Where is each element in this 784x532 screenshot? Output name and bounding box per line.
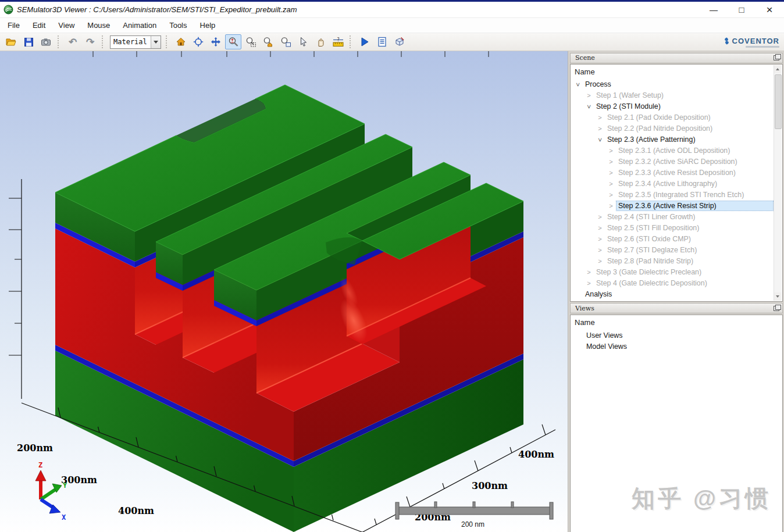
tree-item[interactable]: >Step 2.6 (STI Oxide CMP) <box>571 234 782 245</box>
tree-item[interactable]: Analysis <box>571 289 782 300</box>
tree-item[interactable]: >Step 2.2 (Pad Nitride Deposition) <box>571 123 782 134</box>
chevron-collapsed-icon[interactable]: > <box>607 192 615 198</box>
chevron-collapsed-icon[interactable]: > <box>596 214 604 220</box>
chevron-collapsed-icon[interactable]: > <box>585 280 593 287</box>
chevron-collapsed-icon[interactable]: > <box>596 247 604 253</box>
log-button[interactable] <box>374 34 390 49</box>
pan-hand-button[interactable] <box>312 34 329 49</box>
tree-item[interactable]: >Step 2.3 (Active Patterning) <box>571 134 782 145</box>
chevron-collapsed-icon[interactable]: > <box>596 115 604 121</box>
tree-item[interactable]: >Step 2.7 (STI Deglaze Etch) <box>571 245 782 256</box>
chevron-collapsed-icon[interactable]: > <box>596 225 604 231</box>
tree-item-label[interactable]: Step 2.3.1 (Active ODL Deposition) <box>616 146 732 155</box>
viewport-3d[interactable]: 200nm 300nm 400nm 200nm 300nm 400nm 200 … <box>0 51 568 532</box>
menu-item-view[interactable]: View <box>52 19 81 31</box>
tree-item-label[interactable]: Process <box>583 80 613 89</box>
tree-item[interactable]: >Step 2.1 (Pad Oxide Deposition) <box>571 112 782 123</box>
scrollbar-thumb[interactable] <box>775 74 782 129</box>
menu-item-file[interactable]: File <box>1 19 26 31</box>
views-panel-header[interactable]: Views <box>570 303 783 313</box>
menu-item-edit[interactable]: Edit <box>26 19 52 31</box>
tree-item[interactable]: >Step 2.3.1 (Active ODL Deposition) <box>571 145 782 156</box>
tree-item[interactable]: >Step 2.3.6 (Active Resist Strip) <box>571 201 782 212</box>
menu-item-tools[interactable]: Tools <box>163 19 193 31</box>
tree-item-label[interactable]: Step 2 (STI Module) <box>594 102 662 111</box>
home-view-button[interactable] <box>173 34 189 49</box>
views-item[interactable]: User Views <box>571 330 782 341</box>
maximize-button[interactable]: □ <box>736 5 747 15</box>
zoom-fit-button[interactable] <box>260 34 276 49</box>
tree-item-label[interactable]: Step 2.8 (Pad Nitride Strip) <box>605 256 695 266</box>
undo-button[interactable]: ↶ <box>65 34 81 49</box>
tree-item[interactable]: >Step 2.3.2 (Active SiARC Deposition) <box>571 156 782 167</box>
minimize-button[interactable]: — <box>708 5 719 15</box>
tree-item-label[interactable]: Step 2.3.2 (Active SiARC Deposition) <box>616 157 739 166</box>
chevron-collapsed-icon[interactable]: > <box>607 170 615 176</box>
tree-item-label[interactable]: Step 2.3 (Active Patterning) <box>605 135 697 144</box>
views-item-label[interactable]: User Views <box>585 331 624 340</box>
chevron-collapsed-icon[interactable]: > <box>596 258 604 265</box>
chevron-expanded-icon[interactable]: > <box>586 103 592 110</box>
zoom-button[interactable] <box>225 34 241 49</box>
tree-item-label[interactable]: Step 2.5 (STI Fill Deposition) <box>605 223 701 233</box>
tree-item-label[interactable]: Step 3 (Gate Dielectric Preclean) <box>594 267 703 277</box>
tree-item-label[interactable]: Step 2.2 (Pad Nitride Deposition) <box>605 124 714 133</box>
tree-item[interactable]: >Step 2.8 (Pad Nitride Strip) <box>571 256 782 267</box>
views-item[interactable]: Model Views <box>571 341 782 352</box>
chevron-collapsed-icon[interactable]: > <box>585 92 593 99</box>
tree-item-label[interactable]: Step 2.6 (STI Oxide CMP) <box>605 234 693 244</box>
scroll-down-icon[interactable] <box>774 292 781 301</box>
menu-item-help[interactable]: Help <box>194 19 222 31</box>
chevron-collapsed-icon[interactable]: > <box>596 126 604 132</box>
select-cursor-button[interactable] <box>295 34 311 49</box>
tree-item[interactable]: >Process <box>571 79 782 90</box>
menu-item-animation[interactable]: Animation <box>116 19 163 31</box>
tree-item-label[interactable]: Step 4 (Gate Dielectric Deposition) <box>594 279 709 288</box>
open-file-button[interactable] <box>3 34 19 49</box>
close-button[interactable]: × <box>764 3 775 16</box>
tree-item[interactable]: >Step 3 (Gate Dielectric Preclean) <box>571 267 782 278</box>
chevron-collapsed-icon[interactable]: > <box>596 236 604 242</box>
zoom-region-button[interactable] <box>243 34 259 49</box>
rotate-view-button[interactable] <box>190 34 206 49</box>
dropdown-arrow-icon[interactable] <box>151 36 161 48</box>
scroll-up-icon[interactable] <box>774 65 781 73</box>
tree-item[interactable]: >Step 2.4 (STI Liner Growth) <box>571 212 782 223</box>
redo-button[interactable]: ↷ <box>82 34 98 49</box>
tree-item-label[interactable]: Step 2.3.4 (Active Lithography) <box>616 179 719 188</box>
chevron-collapsed-icon[interactable]: > <box>585 269 593 276</box>
measure-button[interactable]: ? <box>330 34 346 49</box>
tree-item[interactable]: >Step 2.3.4 (Active Lithography) <box>571 178 782 190</box>
scene-scrollbar[interactable] <box>774 65 782 301</box>
menu-item-mouse[interactable]: Mouse <box>81 19 116 31</box>
tree-item[interactable]: >Step 2.3.3 (Active Resist Deposition) <box>571 167 782 178</box>
pan-view-button[interactable] <box>208 34 224 49</box>
tree-item[interactable]: >Step 2.3.5 (Integrated STI Trench Etch) <box>571 190 782 201</box>
tree-item[interactable]: >Step 2.5 (STI Fill Deposition) <box>571 223 782 234</box>
tree-item[interactable]: >Step 4 (Gate Dielectric Deposition) <box>571 278 782 289</box>
tree-item-label[interactable]: Step 2.3.3 (Active Resist Deposition) <box>616 168 737 177</box>
tree-item[interactable]: >Step 2 (STI Module) <box>571 101 782 112</box>
chevron-collapsed-icon[interactable]: > <box>607 181 615 187</box>
tree-item-label[interactable]: Step 1 (Wafer Setup) <box>594 91 665 100</box>
chevron-collapsed-icon[interactable]: > <box>607 159 615 165</box>
tree-item-label[interactable]: Step 2.4 (STI Liner Growth) <box>605 212 697 222</box>
views-item-label[interactable]: Model Views <box>585 342 629 351</box>
chevron-expanded-icon[interactable]: > <box>597 136 603 144</box>
float-panel-icon[interactable] <box>774 306 779 311</box>
save-button[interactable] <box>20 34 37 49</box>
run-animation-button[interactable] <box>357 34 373 49</box>
chevron-collapsed-icon[interactable]: > <box>607 203 615 209</box>
tree-item-label[interactable]: Step 2.7 (STI Deglaze Etch) <box>605 245 699 255</box>
snapshot-button[interactable] <box>38 34 54 49</box>
material-selector[interactable]: Material <box>110 35 161 49</box>
zoom-selection-button[interactable] <box>277 34 294 49</box>
tree-item[interactable]: >Step 1 (Wafer Setup) <box>571 90 782 101</box>
float-panel-icon[interactable] <box>774 55 779 60</box>
scene-panel-header[interactable]: Scene <box>570 53 783 63</box>
tree-item-label[interactable]: Step 2.1 (Pad Oxide Deposition) <box>605 113 712 122</box>
tree-item-label[interactable]: Analysis <box>583 290 614 299</box>
chevron-collapsed-icon[interactable]: > <box>607 148 615 154</box>
chevron-expanded-icon[interactable]: > <box>575 81 581 88</box>
tree-item-label[interactable]: Step 2.3.5 (Integrated STI Trench Etch) <box>616 190 746 199</box>
